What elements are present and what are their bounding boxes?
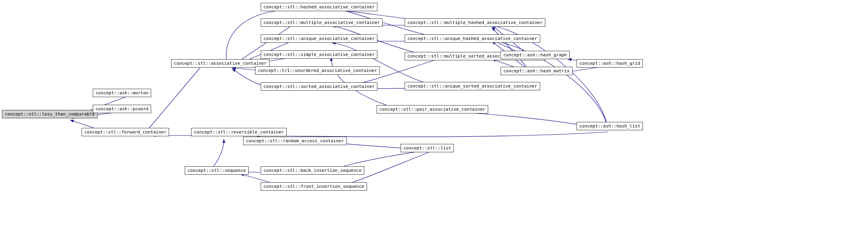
node-list[interactable]: concept::stl::list: [401, 144, 454, 152]
node-hash-grid[interactable]: concept::ash::hash_grid: [577, 59, 643, 68]
node-simple-associative-container[interactable]: concept::stl::simple_associative_contain…: [261, 50, 377, 59]
node-morton[interactable]: concept::ash::morton: [93, 89, 151, 97]
node-hash-list[interactable]: concept::ash::hash_list: [577, 122, 643, 130]
node-hash-matrix[interactable]: concept::ash::hash_matrix: [501, 67, 573, 75]
node-pcoord[interactable]: concept::ash::pcoord: [93, 105, 151, 113]
node-sorted-associative-container[interactable]: concept::stl::sorted_associative_contain…: [261, 82, 377, 91]
node-less-than-comparable[interactable]: concept::stl::less_than_comparable: [2, 110, 98, 118]
node-hash-graph[interactable]: concept::ash::hash_graph: [501, 51, 570, 59]
node-multiple-hashed-associative-container[interactable]: concept::stl::multiple_hashed_associativ…: [405, 18, 545, 27]
graph-container: concept::stl::less_than_comparable conce…: [0, 0, 868, 249]
node-pair-associative-container[interactable]: concept::stl::pair_associative_container: [377, 105, 488, 114]
node-unique-hashed-associative-container[interactable]: concept::stl::unique_hashed_associative_…: [405, 34, 540, 43]
node-forward-container[interactable]: concept::stl::forward_container: [82, 128, 169, 136]
node-reversible-container[interactable]: concept::stl::reversible_container: [191, 128, 287, 136]
node-unique-sorted-associative-container[interactable]: concept::stl::unique_sorted_associative_…: [405, 82, 540, 90]
node-hashed-associative-container[interactable]: concept::stl::hashed_associative_contain…: [261, 3, 377, 11]
node-sequence[interactable]: concept::stl::sequence: [185, 166, 249, 175]
node-front-insertion-sequence[interactable]: concept::stl::front_insertion_sequence: [261, 182, 367, 191]
node-unique-associative-container[interactable]: concept::stl::unique_associative_contain…: [261, 34, 377, 43]
node-back-insertion-sequence[interactable]: concept::stl::back_insertion_sequence: [261, 166, 364, 175]
node-tr1-unordered-associative-container[interactable]: concept::tr1::unordered_associative_cont…: [255, 66, 380, 75]
node-associative-container[interactable]: concept::stl::associative_container: [171, 59, 269, 68]
node-multiple-associative-container[interactable]: concept::stl::multiple_associative_conta…: [261, 18, 383, 27]
node-random-access-container[interactable]: concept::stl::random_access_container: [243, 137, 347, 145]
